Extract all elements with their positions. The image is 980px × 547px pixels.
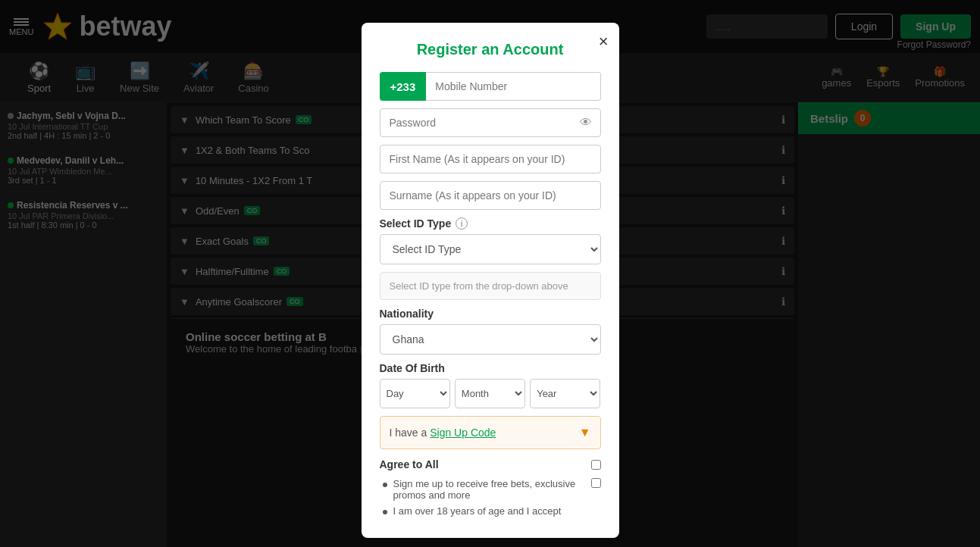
nationality-label: Nationality — [380, 308, 601, 320]
agree-all-label: Agree to All — [380, 458, 439, 470]
eye-icon[interactable]: 👁 — [580, 116, 592, 130]
id-type-field-placeholder: Select ID type from the drop-down above — [380, 272, 601, 300]
password-row: 👁 — [380, 108, 601, 137]
dob-row: Day Month Year — [380, 379, 601, 408]
country-code-button[interactable]: +233 — [380, 72, 427, 101]
id-type-label-text: Select ID Type — [380, 217, 452, 230]
bullet-dot-promo — [383, 483, 387, 487]
modal-title: Register an Account — [380, 41, 601, 58]
signup-code-text: I have a Sign Up Code — [390, 427, 496, 439]
id-type-section-label: Select ID Type i — [380, 217, 601, 230]
register-modal: × Register an Account +233 👁 Select ID T… — [362, 23, 619, 538]
agree-all-checkbox[interactable] — [591, 460, 601, 470]
phone-row: +233 — [380, 72, 601, 101]
id-type-info-icon[interactable]: i — [456, 217, 468, 230]
bullet-dot-age — [383, 510, 387, 514]
promo-item: Sign me up to receive free bets, exclusi… — [380, 478, 601, 501]
signup-code-link[interactable]: Sign Up Code — [430, 427, 496, 439]
first-name-input[interactable] — [380, 145, 601, 173]
dob-year-select[interactable]: Year — [530, 379, 600, 408]
mobile-number-input[interactable] — [426, 72, 600, 101]
id-type-select[interactable]: Select ID Type Passport National ID Driv… — [380, 234, 601, 264]
age-text: I am over 18 years of age and I accept — [393, 505, 601, 517]
dob-day-select[interactable]: Day — [380, 379, 450, 408]
agree-all-row: Agree to All — [380, 458, 601, 470]
promo-text: Sign me up to receive free bets, exclusi… — [393, 478, 585, 501]
promo-checkbox[interactable] — [591, 478, 601, 488]
password-input[interactable] — [380, 108, 601, 137]
dob-label: Date Of Birth — [380, 362, 601, 374]
signup-code-row[interactable]: I have a Sign Up Code ▼ — [380, 416, 601, 449]
nationality-select[interactable]: Ghana Nigeria — [380, 324, 601, 355]
chevron-down-icon: ▼ — [579, 426, 591, 439]
modal-overlay: × Register an Account +233 👁 Select ID T… — [0, 0, 980, 547]
modal-close-button[interactable]: × — [599, 32, 609, 52]
age-item: I am over 18 years of age and I accept — [380, 505, 601, 517]
dob-month-select[interactable]: Month — [455, 379, 525, 408]
surname-input[interactable] — [380, 181, 601, 210]
